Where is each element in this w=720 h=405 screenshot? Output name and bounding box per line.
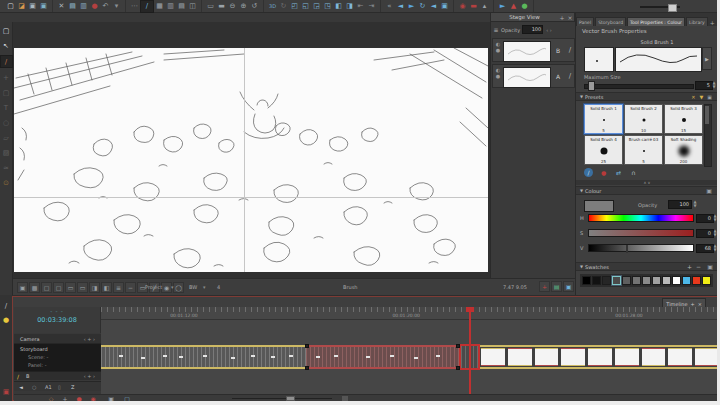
storyboard-panel-7[interactable] [668, 348, 692, 366]
colour-collapse-icon[interactable]: ▼ [580, 188, 583, 193]
lock-icon[interactable]: ▯ [58, 384, 61, 390]
status-icon-7[interactable]: ◧ [101, 282, 112, 293]
slider-handle[interactable] [668, 4, 677, 12]
tab-storyboard[interactable]: Storyboard [595, 17, 626, 26]
layers-menu-icon[interactable]: ≡ [491, 26, 501, 33]
close-view-icon[interactable]: × [566, 14, 574, 21]
zoom-in-icon[interactable]: ⊕ [238, 1, 249, 11]
layer-thumbnail[interactable] [503, 67, 551, 88]
storyboard-panel-5[interactable] [615, 348, 639, 366]
select-frame-tool-icon[interactable]: ▢ [1, 25, 12, 36]
fade-icon[interactable]: Z [71, 384, 74, 390]
swatch-1[interactable] [592, 276, 601, 285]
lightbulb-icon[interactable]: ● [1, 315, 11, 325]
grid-icon[interactable]: ▦ [154, 1, 165, 11]
playback-volume-slider[interactable] [640, 4, 680, 9]
ellipse-tool-icon[interactable]: ○ [1, 117, 12, 128]
swatch-11[interactable] [692, 276, 701, 285]
timeline-ruler[interactable]: 00:01:12:0000:01:20:0000:01:28:00 [101, 307, 720, 320]
swatch-3[interactable] [612, 276, 621, 285]
swatch-5[interactable] [632, 276, 641, 285]
swatch-2[interactable] [602, 276, 611, 285]
swatch-10[interactable] [682, 276, 691, 285]
rotate-view-icon[interactable]: ↻ [278, 1, 289, 11]
layers-nav[interactable]: ‹ › [546, 27, 552, 33]
s-slider[interactable] [588, 229, 694, 237]
storyboard-panel-2[interactable] [535, 348, 559, 366]
status-icon-9[interactable]: − [125, 282, 136, 293]
storyboard-panel-0[interactable] [481, 348, 505, 366]
red-marker-icon[interactable]: ▣ [1, 387, 11, 397]
status-icon-4[interactable]: ▭ [65, 282, 76, 293]
opacity-stepper[interactable]: ▲▼ [692, 200, 698, 208]
preset-solid-brush-2[interactable]: Solid Brush 210 [624, 104, 663, 134]
preset-soft-shading[interactable]: Soft Shading200 [664, 135, 703, 165]
add-layer-icon[interactable]: + [539, 281, 550, 292]
play-small-icon[interactable]: ► [497, 1, 508, 11]
duplicate-panel-icon[interactable]: ◱ [300, 1, 311, 11]
eraser-tool-icon[interactable]: ▨ [1, 147, 12, 158]
layer-visibility-icon[interactable]: ◐ ● [494, 67, 502, 79]
swatch-8[interactable] [662, 276, 671, 285]
preset-solid-brush-1[interactable]: Solid Brush 15 [584, 104, 623, 134]
delete-preset-icon[interactable]: ▼ [699, 94, 703, 100]
status-icon-8[interactable]: ≡ [113, 282, 124, 293]
loop-icon[interactable]: ↻ [417, 1, 428, 11]
h-slider[interactable] [588, 214, 694, 222]
drawing-canvas[interactable] [14, 48, 488, 272]
selection-handle[interactable] [305, 344, 309, 348]
swatch-12[interactable] [702, 276, 711, 285]
delete-panel-icon[interactable]: ◲ [311, 1, 322, 11]
preset-solid-brush-3[interactable]: Solid Brush 315 [664, 104, 703, 134]
swatch-menu-icon[interactable]: ▣ [707, 263, 713, 270]
group-layer-icon[interactable]: ▣ [563, 281, 574, 292]
swatch-4[interactable] [622, 276, 631, 285]
layer-nav-buttons[interactable]: ‹ + › [84, 373, 95, 379]
preset-brush-carr-03[interactable]: Brush carré 035 [624, 135, 663, 165]
timeline-add-icon[interactable]: + [691, 301, 695, 307]
peg-green-icon[interactable]: ● [519, 1, 530, 11]
swatch-6[interactable] [642, 276, 651, 285]
marker-icon[interactable]: ▴ [479, 1, 490, 11]
status-icon-5[interactable]: ▭ [77, 282, 88, 293]
peg-red-icon[interactable]: ▲ [508, 1, 519, 11]
more-icon[interactable]: ⋯ [129, 1, 140, 11]
new-preset-icon[interactable]: ✕ [691, 94, 695, 100]
dock-add-tab-icon[interactable]: + [709, 19, 716, 26]
stage-view[interactable] [13, 22, 490, 278]
storyboard-panel-1[interactable] [508, 348, 532, 366]
panel-view-icon[interactable]: ◫ [187, 1, 198, 11]
storyboard-panel-6[interactable] [642, 348, 666, 366]
reset-view-icon[interactable]: ↺ [249, 1, 260, 11]
prev-frame-icon[interactable]: ◄ [395, 1, 406, 11]
panel-frames-selected[interactable] [306, 345, 459, 369]
cut-icon[interactable]: ✕ [56, 1, 67, 11]
layer-edit-icon[interactable]: ∕ [569, 72, 571, 80]
new-scene-icon[interactable]: ▢ [5, 1, 16, 11]
camera-track-label[interactable]: Camera ‹ + › [14, 334, 101, 344]
selection-handle[interactable] [305, 366, 309, 370]
text-tool-icon[interactable]: T [1, 102, 12, 113]
rect-tool-icon[interactable]: ▢ [1, 87, 12, 98]
swatch-7[interactable] [652, 276, 661, 285]
stop-icon[interactable]: ◉ [457, 1, 468, 11]
preset-menu-icon[interactable]: ▣ [707, 94, 712, 100]
insert-panel-icon[interactable]: ◨ [344, 1, 355, 11]
panel-frames-compressed[interactable] [101, 345, 306, 369]
hand-tool-icon[interactable]: ≈ [1, 162, 12, 173]
layer-edit-icon[interactable]: ∕ [569, 46, 571, 54]
swatch-0[interactable] [582, 276, 591, 285]
zoom-out-icon[interactable]: ⊖ [227, 1, 238, 11]
project-dropdown[interactable]: Project [145, 284, 162, 290]
merge-panel-icon[interactable]: ◧ [333, 1, 344, 11]
tab-tool-properties-colour[interactable]: Tool Properties : Colour [627, 17, 685, 26]
swatch-9[interactable] [672, 276, 681, 285]
storyboard-panel-3[interactable] [561, 348, 585, 366]
open-folder-icon[interactable]: ◪ [16, 1, 27, 11]
layer-b-row[interactable]: ∕ B ‹ + › [14, 371, 101, 380]
save-icon[interactable]: ▣ [27, 1, 38, 11]
selection-handle[interactable] [456, 366, 460, 370]
audio-track-label[interactable]: A1 [45, 384, 52, 390]
redo-dropdown-icon[interactable]: ▾ [111, 1, 122, 11]
jog-minus-icon[interactable]: ▬ [468, 1, 479, 11]
